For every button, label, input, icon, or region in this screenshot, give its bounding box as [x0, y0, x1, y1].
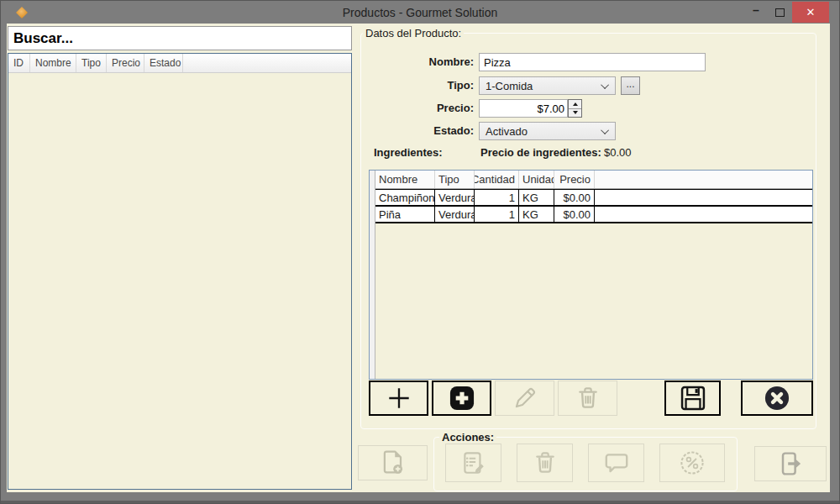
- ingredients-label: Ingredientes:: [374, 146, 443, 159]
- tipo-label: Tipo:: [361, 76, 474, 95]
- column-header-tipo[interactable]: Tipo: [76, 54, 107, 72]
- estado-label: Estado:: [361, 122, 474, 140]
- plus-filled-icon: [447, 383, 477, 413]
- window-content: ID Nombre Tipo Precio Estado Datos del P…: [7, 24, 830, 492]
- cell-precio[interactable]: $0.00: [554, 207, 595, 222]
- add-ingredient-button[interactable]: [369, 381, 428, 416]
- product-list[interactable]: ID Nombre Tipo Precio Estado: [8, 53, 352, 490]
- cell-nombre[interactable]: Piña: [375, 207, 435, 222]
- ing-column-tipo[interactable]: Tipo: [435, 171, 475, 188]
- search-input[interactable]: [8, 26, 352, 50]
- group-title: Datos del Producto:: [363, 27, 464, 39]
- percent-badge-icon: [677, 448, 707, 478]
- add-new-ingredient-button[interactable]: [432, 381, 491, 416]
- ingredient-row[interactable]: Piña Verdura 1 KG $0.00: [375, 207, 812, 223]
- new-product-button[interactable]: [358, 445, 428, 480]
- edit-ingredient-button[interactable]: [495, 381, 554, 416]
- cell-precio[interactable]: $0.00: [554, 190, 595, 205]
- close-button[interactable]: ✕: [792, 2, 829, 23]
- cell-filler: [595, 207, 812, 222]
- exit-icon: [775, 449, 806, 479]
- cancel-button[interactable]: [741, 381, 813, 416]
- cancel-icon: [762, 383, 792, 413]
- actions-group: Acciones:: [433, 437, 738, 491]
- ing-column-cantidad[interactable]: Cantidad: [475, 171, 519, 188]
- column-header-nombre[interactable]: Nombre: [30, 54, 76, 72]
- tipo-select[interactable]: 1-Comida: [479, 76, 616, 95]
- maximize-button[interactable]: [767, 2, 792, 23]
- nombre-label: Nombre:: [361, 53, 474, 71]
- speech-bubble-icon: [602, 449, 631, 477]
- exit-button[interactable]: [754, 446, 827, 481]
- precio-stepper: [479, 99, 582, 118]
- discount-button[interactable]: [659, 444, 725, 482]
- cell-tipo[interactable]: Verdura: [435, 207, 475, 222]
- column-header-precio[interactable]: Precio: [107, 54, 144, 72]
- maximize-icon: [775, 8, 785, 17]
- tipo-browse-button[interactable]: ...: [621, 76, 640, 95]
- actions-label: Acciones:: [439, 431, 496, 444]
- edit-actions-button[interactable]: [445, 444, 501, 482]
- ing-column-unidad[interactable]: Unidad: [519, 171, 554, 188]
- nombre-field[interactable]: [479, 53, 706, 71]
- list-edit-icon: [459, 449, 488, 477]
- spin-down-button[interactable]: [569, 108, 581, 118]
- window-controls: – ✕: [745, 2, 829, 23]
- cell-cantidad[interactable]: 1: [475, 190, 519, 205]
- ing-column-filler: [595, 171, 812, 188]
- ingredients-table[interactable]: Nombre Tipo Cantidad Unidad Precio Champ…: [369, 170, 813, 380]
- ingredient-row[interactable]: Champiñon Verdura 1 KG $0.00: [375, 189, 812, 207]
- trash-icon: [574, 384, 602, 412]
- estado-selected-value: Activado: [486, 125, 603, 138]
- pencil-icon: [511, 384, 539, 412]
- cell-tipo[interactable]: Verdura: [435, 190, 475, 205]
- ing-column-nombre[interactable]: Nombre: [375, 171, 435, 188]
- app-window: Productos - Gourmet Solution – ✕ ID Nomb…: [0, 0, 840, 504]
- tipo-selected-value: 1-Comida: [486, 80, 603, 92]
- trash-icon: [531, 449, 559, 477]
- delete-product-button[interactable]: [517, 444, 573, 482]
- cell-cantidad[interactable]: 1: [475, 207, 519, 222]
- precio-field[interactable]: [479, 99, 568, 118]
- ingredients-price-value: $0.00: [604, 146, 632, 159]
- save-icon: [678, 383, 708, 413]
- precio-label: Precio:: [361, 99, 474, 118]
- ingredients-table-header: Nombre Tipo Cantidad Unidad Precio: [375, 171, 812, 189]
- column-header-id[interactable]: ID: [8, 54, 30, 72]
- cell-unidad[interactable]: KG: [519, 190, 554, 205]
- ingredients-price-label: Precio de ingredientes:: [480, 146, 601, 159]
- ing-column-precio[interactable]: Precio: [554, 171, 595, 188]
- cell-unidad[interactable]: KG: [519, 207, 554, 222]
- minimize-button[interactable]: –: [745, 2, 767, 23]
- precio-spinner: [568, 99, 582, 118]
- column-header-estado[interactable]: Estado: [144, 54, 183, 72]
- spin-up-button[interactable]: [569, 100, 581, 108]
- estado-select[interactable]: Activado: [479, 122, 616, 140]
- product-data-group: Datos del Producto: Nombre: Tipo: 1-Comi…: [360, 33, 816, 429]
- delete-ingredient-button[interactable]: [558, 381, 617, 416]
- plus-icon: [385, 384, 413, 412]
- product-list-header: ID Nombre Tipo Precio Estado: [8, 54, 351, 73]
- cell-nombre[interactable]: Champiñon: [375, 190, 435, 205]
- arrow-up-icon: [573, 102, 578, 106]
- titlebar: Productos - Gourmet Solution – ✕: [2, 2, 838, 24]
- save-button[interactable]: [664, 381, 721, 416]
- cell-filler: [595, 190, 812, 205]
- arrow-down-icon: [573, 111, 578, 114]
- comment-button[interactable]: [588, 444, 644, 482]
- window-title: Productos - Gourmet Solution: [2, 6, 838, 19]
- file-plus-icon: [378, 448, 408, 478]
